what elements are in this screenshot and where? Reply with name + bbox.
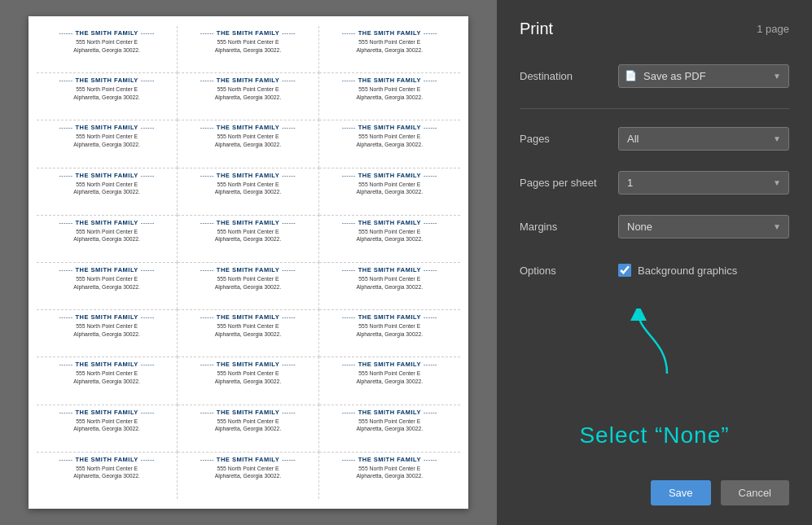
background-graphics-label: Background graphics — [638, 265, 737, 277]
label-cell: THE SMITH FAMILY555 North Point Center E… — [37, 262, 178, 309]
save-button[interactable]: Save — [651, 480, 711, 505]
label-address: 555 North Point Center EAlpharetta, Geor… — [184, 465, 311, 480]
pages-per-sheet-select[interactable]: 1 2 4 6 9 16 — [618, 171, 789, 195]
button-row: Save Cancel — [520, 464, 789, 505]
label-cell: THE SMITH FAMILY555 North Point Center E… — [319, 72, 460, 120]
label-family-name: THE SMITH FAMILY — [184, 409, 311, 416]
pages-label: Pages — [520, 133, 601, 145]
pages-select[interactable]: All Custom — [618, 127, 789, 151]
label-address: 555 North Point Center EAlpharetta, Geor… — [326, 275, 454, 291]
label-cell: THE SMITH FAMILY555 North Point Center E… — [178, 215, 318, 262]
label-address: 555 North Point Center EAlpharetta, Geor… — [184, 322, 311, 338]
label-cell: THE SMITH FAMILY555 North Point Center E… — [37, 26, 178, 72]
label-address: 555 North Point Center EAlpharetta, Geor… — [43, 38, 170, 54]
label-address: 555 North Point Center EAlpharetta, Geor… — [43, 418, 170, 433]
margins-select[interactable]: None Default Minimum Custom — [618, 215, 789, 238]
label-address: 555 North Point Center EAlpharetta, Geor… — [43, 370, 170, 385]
label-family-name: THE SMITH FAMILY — [326, 266, 454, 273]
label-cell: THE SMITH FAMILY555 North Point Center E… — [37, 120, 178, 167]
label-family-name: THE SMITH FAMILY — [326, 219, 454, 226]
destination-row: Destination 📄 Save as PDF Microsoft Prin… — [520, 61, 789, 90]
label-address: 555 North Point Center EAlpharetta, Geor… — [43, 275, 170, 291]
options-row: Options Background graphics — [520, 256, 789, 285]
label-address: 555 North Point Center EAlpharetta, Geor… — [326, 181, 454, 196]
label-cell: THE SMITH FAMILY555 North Point Center E… — [319, 452, 460, 499]
label-address: 555 North Point Center EAlpharetta, Geor… — [184, 133, 311, 148]
label-address: 555 North Point Center EAlpharetta, Geor… — [184, 275, 311, 291]
label-family-name: THE SMITH FAMILY — [184, 313, 311, 321]
label-family-name: THE SMITH FAMILY — [184, 29, 311, 37]
label-address: 555 North Point Center EAlpharetta, Geor… — [326, 418, 454, 433]
label-cell: THE SMITH FAMILY555 North Point Center E… — [178, 405, 318, 452]
label-address: 555 North Point Center EAlpharetta, Geor… — [326, 322, 454, 338]
label-address: 555 North Point Center EAlpharetta, Geor… — [184, 228, 311, 243]
background-graphics-wrapper: Background graphics — [618, 264, 789, 277]
label-address: 555 North Point Center EAlpharetta, Geor… — [326, 228, 454, 243]
label-address: 555 North Point Center EAlpharetta, Geor… — [184, 38, 311, 54]
label-cell: THE SMITH FAMILY555 North Point Center E… — [178, 120, 318, 167]
label-address: 555 North Point Center EAlpharetta, Geor… — [326, 465, 454, 480]
label-address: 555 North Point Center EAlpharetta, Geor… — [184, 181, 311, 196]
label-address: 555 North Point Center EAlpharetta, Geor… — [326, 85, 454, 101]
label-cell: THE SMITH FAMILY555 North Point Center E… — [319, 405, 460, 452]
pages-select-wrapper: All Custom — [618, 127, 789, 151]
label-cell: THE SMITH FAMILY555 North Point Center E… — [319, 120, 460, 167]
label-address: 555 North Point Center EAlpharetta, Geor… — [43, 322, 170, 338]
label-cell: THE SMITH FAMILY555 North Point Center E… — [37, 215, 178, 262]
label-cell: THE SMITH FAMILY555 North Point Center E… — [178, 309, 318, 357]
label-cell: THE SMITH FAMILY555 North Point Center E… — [178, 168, 318, 215]
label-address: 555 North Point Center EAlpharetta, Geor… — [43, 85, 170, 101]
label-address: 555 North Point Center EAlpharetta, Geor… — [184, 85, 311, 101]
pages-per-sheet-row: Pages per sheet 1 2 4 6 9 16 — [520, 168, 789, 197]
label-cell: THE SMITH FAMILY555 North Point Center E… — [319, 262, 460, 309]
preview-panel: THE SMITH FAMILY555 North Point Center E… — [0, 0, 497, 525]
label-cell: THE SMITH FAMILY555 North Point Center E… — [319, 357, 460, 404]
pages-row: Pages All Custom — [520, 124, 789, 153]
cancel-button[interactable]: Cancel — [721, 480, 789, 505]
label-cell: THE SMITH FAMILY555 North Point Center E… — [178, 262, 318, 309]
label-cell: THE SMITH FAMILY555 North Point Center E… — [178, 357, 318, 404]
label-family-name: THE SMITH FAMILY — [184, 124, 311, 131]
destination-label: Destination — [520, 70, 601, 82]
label-family-name: THE SMITH FAMILY — [326, 124, 454, 131]
margins-row: Margins None Default Minimum Custom — [520, 212, 789, 241]
background-graphics-checkbox[interactable] — [618, 264, 631, 277]
label-address: 555 North Point Center EAlpharetta, Geor… — [43, 228, 170, 243]
label-family-name: THE SMITH FAMILY — [184, 219, 311, 226]
margins-select-wrapper: None Default Minimum Custom — [618, 215, 789, 238]
label-family-name: THE SMITH FAMILY — [43, 77, 170, 84]
label-cell: THE SMITH FAMILY555 North Point Center E… — [178, 72, 318, 120]
label-family-name: THE SMITH FAMILY — [184, 456, 311, 463]
label-family-name: THE SMITH FAMILY — [43, 409, 170, 416]
label-family-name: THE SMITH FAMILY — [184, 361, 311, 368]
label-grid: THE SMITH FAMILY555 North Point Center E… — [37, 26, 460, 499]
label-family-name: THE SMITH FAMILY — [43, 219, 170, 226]
pages-per-sheet-label: Pages per sheet — [520, 177, 601, 189]
label-cell: THE SMITH FAMILY555 North Point Center E… — [178, 452, 318, 499]
label-family-name: THE SMITH FAMILY — [326, 409, 454, 416]
label-family-name: THE SMITH FAMILY — [43, 172, 170, 179]
label-address: 555 North Point Center EAlpharetta, Geor… — [43, 181, 170, 196]
label-family-name: THE SMITH FAMILY — [326, 313, 454, 321]
pages-per-sheet-select-wrapper: 1 2 4 6 9 16 — [618, 171, 789, 195]
label-cell: THE SMITH FAMILY555 North Point Center E… — [37, 168, 178, 215]
label-cell: THE SMITH FAMILY555 North Point Center E… — [319, 215, 460, 262]
page-count: 1 page — [757, 23, 789, 35]
label-family-name: THE SMITH FAMILY — [184, 266, 311, 273]
label-cell: THE SMITH FAMILY555 North Point Center E… — [37, 309, 178, 357]
label-address: 555 North Point Center EAlpharetta, Geor… — [184, 370, 311, 385]
label-cell: THE SMITH FAMILY555 North Point Center E… — [37, 72, 178, 120]
label-family-name: THE SMITH FAMILY — [43, 124, 170, 131]
print-panel: Print 1 page Destination 📄 Save as PDF M… — [497, 0, 812, 525]
print-title: Print — [520, 20, 553, 38]
annotation-text: Select “None” — [579, 422, 729, 448]
annotation-arrow — [622, 308, 687, 382]
label-cell: THE SMITH FAMILY555 North Point Center E… — [37, 405, 178, 452]
label-family-name: THE SMITH FAMILY — [43, 361, 170, 368]
label-address: 555 North Point Center EAlpharetta, Geor… — [326, 133, 454, 148]
destination-select[interactable]: Save as PDF Microsoft Print to PDF — [618, 64, 789, 88]
print-header: Print 1 page — [520, 20, 789, 38]
label-family-name: THE SMITH FAMILY — [326, 361, 454, 368]
label-family-name: THE SMITH FAMILY — [43, 456, 170, 463]
label-family-name: THE SMITH FAMILY — [184, 172, 311, 179]
